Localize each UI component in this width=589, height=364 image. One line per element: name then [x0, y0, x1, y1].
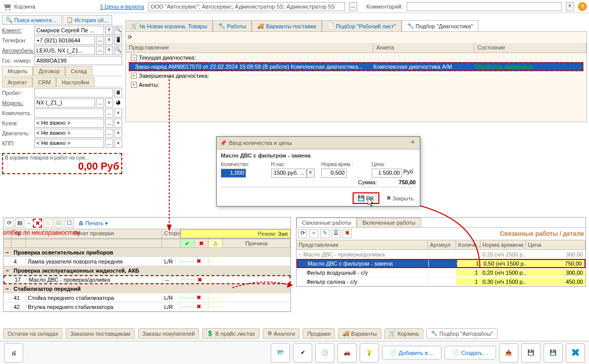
org-field[interactable]: OOO "Автосервис"; Автосервис; Администра… — [148, 2, 345, 11]
upload-icon-button[interactable]: 📤 — [499, 343, 518, 362]
tab-supply[interactable]: 🚚 Варианты поставки — [252, 20, 321, 31]
check-row[interactable]: 42Втулка переднего стабилизатораL/R✖ — [4, 302, 290, 311]
refresh-button[interactable]: ⟳ — [5, 219, 14, 228]
comment-clear-button[interactable]: × — [566, 2, 574, 11]
client-label[interactable]: Клиент: — [2, 27, 33, 33]
bt-ordered[interactable]: Заказано поставщикам — [66, 328, 135, 339]
dvig-clear[interactable]: × — [114, 129, 122, 138]
bt-variants[interactable]: 🚚 Варианты — [338, 328, 381, 339]
model-field[interactable]: NX (_Z1_) — [34, 98, 95, 108]
bt-stock[interactable]: Остатки на складах — [3, 328, 63, 339]
kuzov-clear[interactable]: × — [114, 119, 122, 128]
car-lookup[interactable]: 🔍 — [114, 46, 122, 55]
dialog-close-button[interactable]: × — [409, 139, 417, 147]
gos-field[interactable]: A888OA199 — [34, 56, 122, 65]
col-norm[interactable]: Норма времени — [480, 240, 526, 249]
tab-settings[interactable]: Настройки — [56, 77, 94, 87]
dvig-more[interactable]: ... — [105, 129, 113, 138]
tab-sklad[interactable]: Склад — [65, 66, 92, 76]
comment-field[interactable] — [407, 2, 562, 11]
delete-icon[interactable]: ✖ — [342, 229, 352, 238]
bt-orders[interactable]: Заказы покупателей — [138, 328, 200, 339]
probeg-calc[interactable]: 🖩 — [114, 88, 122, 97]
tree-expand-icon[interactable]: + — [131, 82, 137, 88]
clock-icon-button[interactable]: 🕐 — [315, 343, 334, 362]
tab-crm[interactable]: CRM — [32, 77, 56, 87]
tab-related-works[interactable]: Связанные работы — [297, 218, 357, 227]
org-more-button[interactable]: ... — [349, 2, 357, 11]
grid-group-current[interactable]: −Текущая диагностика: — [126, 53, 586, 62]
nchas-input[interactable]: 1500 руб. ... — [271, 169, 307, 178]
create-button[interactable]: 📄 Создать ... — [445, 346, 496, 359]
col-reason[interactable]: Причина — [223, 239, 290, 247]
kompl-clear[interactable]: × — [114, 109, 122, 118]
car-icon-button[interactable]: 🚗 — [337, 343, 357, 362]
col-article[interactable]: Артикул — [428, 240, 456, 249]
car-clear[interactable]: × — [105, 46, 113, 55]
col-repr[interactable]: Представление — [297, 240, 428, 249]
save-icon-button[interactable]: 💾 — [521, 343, 541, 362]
bulb-icon-button[interactable]: 💡 — [360, 343, 379, 362]
print-button[interactable]: 🖶 Печать ▾ — [78, 220, 108, 227]
right-row[interactable]: Фильтр салона - с/у10,30 (н/ч 1500 р...4… — [297, 277, 585, 286]
col-state[interactable]: Состояние — [474, 43, 586, 53]
phone-clear[interactable]: × — [105, 36, 113, 45]
bt-analogs[interactable]: ⚙ Аналоги — [263, 328, 300, 339]
car-label[interactable]: Автомобиль: — [2, 47, 33, 54]
model-clear[interactable]: × — [105, 98, 113, 108]
grid-row-order[interactable]: Заказ-наряд AM90017570 от 22.02.2024 15:… — [129, 62, 583, 71]
qty-input[interactable]: 1,000 — [221, 169, 246, 178]
client-search-button[interactable]: 🔍 Поиск клиента ... — [2, 15, 62, 25]
model-label[interactable]: Модель: — [2, 100, 33, 106]
card-icon-button[interactable]: 🪪 — [271, 343, 290, 362]
col-qty[interactable]: Количе... — [456, 240, 480, 249]
empty-filter-button[interactable]: ☐ — [65, 219, 74, 228]
kpp-clear[interactable]: × — [114, 139, 122, 148]
tab-diagnostics[interactable]: 🔧 Подбор "Диагностика" — [402, 20, 478, 31]
check-group[interactable]: −Проверка осветительных приборов — [4, 248, 290, 257]
nchas-clear[interactable]: × — [307, 169, 315, 178]
col-anketa[interactable]: Анкета — [373, 43, 474, 53]
check-group[interactable]: −Стабилизатор передний — [4, 284, 290, 293]
right-row[interactable]: Фильтр воздушный - с/у10,20 (н/ч 1500 р.… — [297, 268, 585, 277]
refresh-icon[interactable]: ⟳ — [298, 229, 307, 238]
list-icon[interactable]: ☰ — [331, 229, 340, 238]
phone-mobile-icon[interactable]: 📱 — [114, 36, 122, 45]
cancel-button[interactable]: ✖ Закрыть — [382, 192, 418, 204]
tab-model[interactable]: Модель — [2, 66, 33, 76]
close-big-button[interactable]: ✖ — [566, 343, 585, 362]
tab-dogovor[interactable]: Договор — [33, 66, 65, 76]
add-to-button[interactable]: 📄 Добавить в ... — [382, 346, 441, 359]
price-input[interactable]: 1 500,00 — [372, 169, 402, 178]
check-row[interactable]: 41Стойка переднего стабилизатораL/R✖ — [4, 293, 290, 302]
tab-cart-goods[interactable]: 🛒 № Новая корзина. Товары — [125, 20, 213, 31]
check-row[interactable]: 4Лампа указателя поворота передняяL/R✖ — [4, 257, 290, 266]
client-name-field[interactable]: Смирнов Сергей Пе ... — [34, 26, 104, 35]
print-big-button[interactable]: 🖨 — [4, 343, 23, 362]
grid-group-anketa[interactable]: +Анкеты: — [126, 80, 586, 89]
tab-worksheet[interactable]: 📄 Подбор "Рабочий лист" — [322, 20, 402, 31]
right-row-dim[interactable]: − Масло ДВС - проверка/доливка0,20 (н/ч … — [297, 250, 585, 259]
ok-filter-button[interactable]: ☑ — [54, 219, 63, 228]
add-icon[interactable]: + — [309, 229, 318, 238]
car-field[interactable]: LEXUS, NX (_Z1... — [34, 46, 95, 55]
tree-expand-icon[interactable]: + — [131, 73, 137, 79]
check-icon-button[interactable]: ✔ — [293, 343, 312, 362]
kompl-field[interactable] — [34, 109, 104, 118]
kuzov-more[interactable]: ... — [105, 119, 113, 128]
history-button[interactable]: 📋 История об... — [63, 15, 112, 25]
probeg-field[interactable] — [34, 88, 113, 97]
kpp-more[interactable]: ... — [105, 139, 113, 148]
tree-collapse-icon[interactable]: − — [131, 55, 137, 61]
bt-cart[interactable]: 🛒 Корзина — [384, 328, 423, 339]
prices-link[interactable]: $ Цены и валюта — [100, 4, 144, 10]
col-side[interactable]: Сторона — [162, 229, 180, 238]
bt-sales[interactable]: Продажи — [303, 328, 335, 339]
refresh-icon[interactable]: ⟳ — [128, 34, 132, 40]
tab-works[interactable]: 🔧 Работы — [213, 20, 252, 31]
car-more[interactable]: ... — [96, 46, 104, 55]
dvig-field[interactable]: < Не важно > — [34, 129, 104, 138]
phone-more[interactable]: ... — [96, 36, 104, 45]
filter-button[interactable]: ▤ — [15, 219, 24, 228]
tab-included-works[interactable]: Включенные работы — [357, 218, 421, 227]
